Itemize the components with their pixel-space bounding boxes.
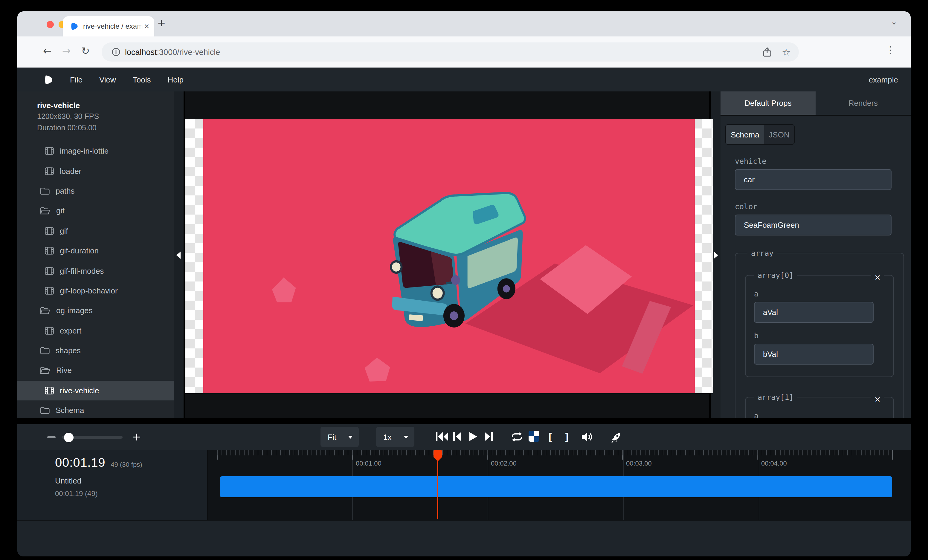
site-info-icon[interactable] (112, 48, 120, 56)
skip-to-start-button[interactable] (436, 432, 449, 441)
sidebar-folder-og-images[interactable]: og-images (17, 301, 174, 321)
toggle-schema[interactable]: Schema (726, 125, 764, 144)
film-icon (45, 287, 54, 295)
sidebar-item-loader[interactable]: loader (17, 161, 174, 181)
browser-menu-icon[interactable]: ⋮ (885, 44, 895, 56)
preview-zoom-slider[interactable] (62, 436, 122, 439)
tab-title: rive-vehicle / example - Remoti (83, 22, 143, 30)
browser-toolbar: ← → ↻ localhost:3000/rive-vehicle ☆ (17, 37, 911, 67)
sidebar-item-gif[interactable]: gif (17, 221, 174, 241)
tab-renders[interactable]: Renders (816, 91, 911, 115)
browser-tab[interactable]: rive-vehicle / example - Remoti ✕ (63, 16, 154, 37)
reload-button[interactable]: ↻ (78, 45, 93, 57)
menu-file[interactable]: File (70, 75, 82, 84)
project-name-label: example (869, 75, 898, 84)
timeline-clip-bar[interactable] (220, 476, 892, 497)
previous-frame-button[interactable] (453, 432, 461, 441)
vehicle-input[interactable] (735, 169, 891, 190)
timeline-track-area[interactable]: 00:01.00 00:02.00 00:03.00 00:04.00 (209, 450, 910, 520)
toggle-json[interactable]: JSON (764, 125, 794, 144)
menu-view[interactable]: View (99, 75, 116, 84)
sidebar-folder-schema[interactable]: Schema (17, 400, 174, 418)
set-in-point-button[interactable]: [ (547, 431, 553, 443)
film-icon (45, 247, 54, 255)
array-0-b-input[interactable] (754, 344, 874, 365)
playback-rate-select[interactable]: 1x (376, 427, 414, 447)
composition-list: image-in-lottie loader paths gif (17, 141, 174, 418)
sidebar-item-gif-loop-behavior[interactable]: gif-loop-behavior (17, 281, 174, 301)
vehicle-illustration (203, 119, 695, 393)
play-button[interactable] (469, 432, 477, 441)
schema-json-toggle: Schema JSON (725, 124, 795, 145)
remove-array-item-1-button[interactable]: ✕ (871, 396, 884, 403)
collapse-left-icon[interactable] (176, 252, 180, 259)
array-0-a-input[interactable] (754, 302, 874, 323)
sidebar-folder-rive[interactable]: Rive (17, 361, 174, 381)
bookmark-star-icon[interactable]: ☆ (782, 46, 791, 58)
share-icon[interactable] (763, 47, 771, 57)
compositions-sidebar: rive-vehicle 1200x630, 30 FPS Duration 0… (17, 91, 174, 418)
array-item-0: array[0] ✕ a b (745, 271, 894, 377)
chevron-down-icon (348, 435, 353, 438)
playback-control-bar: + Fit 1x (17, 418, 911, 450)
chevron-down-icon (404, 435, 408, 438)
menu-help[interactable]: Help (168, 75, 184, 84)
sidebar-folder-paths[interactable]: paths (17, 181, 174, 201)
folder-open-icon (40, 207, 50, 215)
folder-open-icon (40, 307, 50, 315)
composition-canvas (185, 119, 713, 393)
set-out-point-button[interactable]: ] (564, 431, 570, 443)
close-window-button[interactable] (47, 21, 54, 28)
a-field-label: a (754, 411, 893, 418)
tab-search-chevron-icon[interactable]: ⌄ (891, 17, 897, 26)
color-input[interactable] (735, 215, 891, 236)
remove-array-item-0-button[interactable]: ✕ (871, 274, 884, 282)
screen: rive-vehicle / example - Remoti ✕ + ⌄ ← … (0, 0, 928, 560)
sidebar-item-rive-vehicle[interactable]: rive-vehicle (17, 380, 174, 400)
zoom-in-button[interactable]: + (132, 432, 141, 442)
url-text: localhost:3000/rive-vehicle (125, 47, 220, 56)
address-bar[interactable]: localhost:3000/rive-vehicle ☆ (102, 43, 799, 62)
loop-toggle-button[interactable] (511, 432, 523, 442)
b-field-label: b (754, 331, 893, 340)
collapse-right-icon[interactable] (714, 252, 718, 259)
timeline-ruler-minor-ticks[interactable] (217, 450, 892, 455)
forward-button[interactable]: → (59, 45, 73, 57)
film-icon (45, 147, 54, 155)
ruler-label: 00:03.00 (626, 460, 652, 467)
back-button[interactable]: ← (40, 45, 54, 57)
folder-open-icon (40, 367, 50, 374)
playhead-handle[interactable] (433, 450, 442, 457)
film-icon (45, 227, 54, 235)
right-panel: Default Props Renders Schema JSON vehicl… (720, 91, 911, 418)
composition-duration: Duration 00:05.00 (37, 123, 174, 134)
tab-default-props[interactable]: Default Props (720, 91, 816, 115)
render-rocket-button[interactable] (611, 432, 622, 443)
sidebar-folder-gif[interactable]: gif (17, 201, 174, 221)
menu-tools[interactable]: Tools (133, 75, 151, 84)
transparency-checkerboard-toggle[interactable] (528, 431, 539, 442)
array-fieldset: array array[0] ✕ a b array[1] ✕ (735, 249, 904, 418)
new-tab-button[interactable]: + (156, 18, 167, 29)
sidebar-item-image-in-lottie[interactable]: image-in-lottie (17, 141, 174, 161)
right-panel-tabs: Default Props Renders (720, 91, 911, 116)
sidebar-folder-shapes[interactable]: shapes (17, 341, 174, 361)
skip-to-end-button[interactable] (485, 432, 493, 441)
zoom-out-button[interactable] (47, 436, 56, 438)
sidebar-collapse-strip[interactable] (174, 91, 185, 418)
tab-close-icon[interactable]: ✕ (144, 23, 150, 30)
ruler-label: 00:01.00 (356, 460, 382, 467)
track-duration-label: 00:01.19 (49) (55, 490, 98, 498)
composition-title: rive-vehicle (37, 100, 174, 111)
app-menubar: File View Tools Help example (17, 67, 911, 91)
volume-button[interactable] (582, 432, 592, 442)
color-field-label: color (735, 202, 911, 211)
fit-select[interactable]: Fit (321, 427, 359, 447)
sidebar-item-gif-duration[interactable]: gif-duration (17, 241, 174, 261)
zoom-slider-thumb[interactable] (64, 432, 73, 442)
sidebar-item-expert[interactable]: expert (17, 321, 174, 341)
sidebar-item-gif-fill-modes[interactable]: gif-fill-modes (17, 261, 174, 281)
timeline-header: 00:01.19 49 (30 fps) Untitled 00:01.19 (… (17, 450, 208, 520)
preview-area (174, 91, 720, 418)
film-icon (45, 267, 54, 275)
